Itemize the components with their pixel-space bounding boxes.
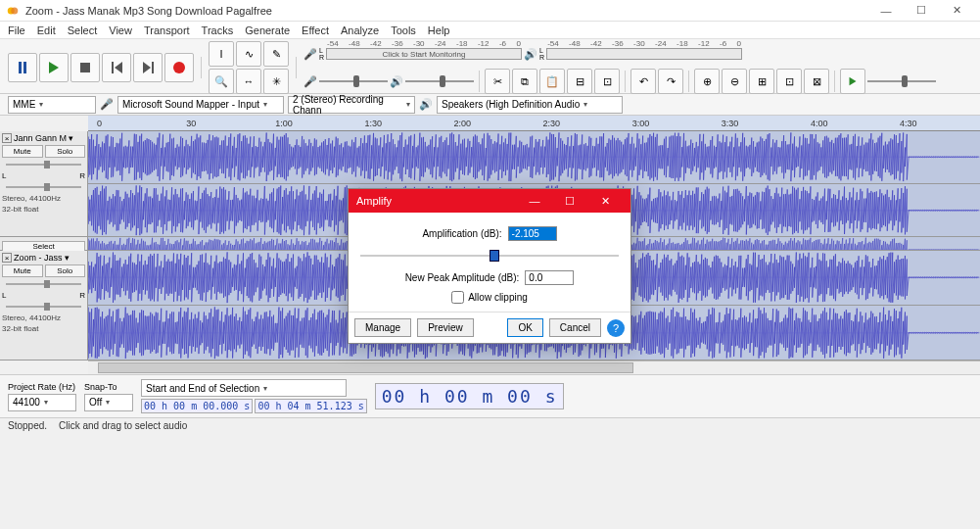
play-button[interactable] bbox=[39, 53, 69, 82]
record-button[interactable] bbox=[164, 53, 194, 82]
solo-button[interactable]: Solo bbox=[45, 264, 86, 277]
undo-button[interactable]: ↶ bbox=[630, 69, 656, 94]
playback-device-select[interactable]: Speakers (High Definition Audio bbox=[437, 96, 623, 114]
solo-button[interactable]: Solo bbox=[45, 145, 86, 158]
cut-button[interactable]: ✂ bbox=[485, 69, 510, 94]
play-at-speed-button[interactable] bbox=[840, 69, 865, 94]
selection-end-time[interactable]: 00 h 04 m 51.123 s bbox=[255, 399, 366, 413]
transport-toolbar bbox=[8, 55, 194, 80]
copy-button[interactable]: ⧉ bbox=[512, 69, 537, 94]
menu-edit[interactable]: Edit bbox=[37, 24, 56, 36]
mute-button[interactable]: Mute bbox=[2, 264, 43, 277]
timeline-ruler[interactable]: 0 30 1:00 1:30 2:00 2:30 3:00 3:30 4:00 … bbox=[88, 116, 980, 131]
status-bar: Stopped. Click and drag to select audio bbox=[0, 417, 980, 433]
app-icon bbox=[6, 4, 20, 18]
allow-clipping-checkbox[interactable] bbox=[451, 291, 464, 304]
svg-point-1 bbox=[11, 7, 18, 14]
gain-slider[interactable] bbox=[2, 279, 85, 289]
audio-host-select[interactable]: MME bbox=[8, 96, 96, 114]
tool-timeshift[interactable]: ↔ bbox=[236, 69, 261, 94]
amplification-input[interactable] bbox=[508, 226, 557, 241]
dialog-titlebar[interactable]: Amplify — ☐ ✕ bbox=[349, 189, 630, 213]
selection-mode-select[interactable]: Start and End of Selection bbox=[141, 379, 347, 397]
project-rate-select[interactable]: 44100 bbox=[8, 394, 76, 411]
menu-transport[interactable]: Transport bbox=[144, 24, 190, 36]
playback-state: Stopped. bbox=[8, 420, 47, 431]
dialog-minimize[interactable]: — bbox=[517, 195, 552, 207]
preview-button[interactable]: Preview bbox=[417, 318, 474, 337]
titlebar: Zoom - Jass Manak Mp3 Song Download Paga… bbox=[0, 0, 980, 22]
paste-button[interactable]: 📋 bbox=[539, 69, 565, 94]
track-close-button[interactable]: × bbox=[2, 253, 12, 263]
menu-generate[interactable]: Generate bbox=[245, 24, 290, 36]
ok-button[interactable]: OK bbox=[507, 318, 542, 337]
zoom-out-button[interactable]: ⊖ bbox=[722, 69, 747, 94]
menu-select[interactable]: Select bbox=[68, 24, 98, 36]
dialog-title: Amplify bbox=[356, 195, 392, 207]
recording-device-select[interactable]: Microsoft Sound Mapper - Input bbox=[117, 96, 284, 114]
fit-project-button[interactable]: ⊡ bbox=[776, 69, 802, 94]
redo-button[interactable]: ↷ bbox=[658, 69, 683, 94]
track-name[interactable]: Zoom - Jass bbox=[14, 253, 63, 263]
trim-button[interactable]: ⊟ bbox=[567, 69, 592, 94]
speaker-icon: 🔊 bbox=[524, 48, 537, 61]
menu-tracks[interactable]: Tracks bbox=[202, 24, 234, 36]
peak-amplitude-input[interactable] bbox=[525, 270, 574, 285]
track-control-panel[interactable]: ×Zoom - Jass▾ MuteSolo LR Stereo, 44100H… bbox=[0, 251, 88, 360]
mute-button[interactable]: Mute bbox=[2, 145, 43, 158]
speaker-icon: 🔊 bbox=[419, 98, 433, 111]
speaker-icon: 🔊 bbox=[390, 75, 403, 88]
manage-button[interactable]: Manage bbox=[354, 318, 411, 337]
cancel-button[interactable]: Cancel bbox=[549, 318, 601, 337]
menu-help[interactable]: Help bbox=[428, 24, 450, 36]
selection-start-time[interactable]: 00 h 00 m 00.000 s bbox=[141, 399, 253, 413]
skip-start-button[interactable] bbox=[102, 53, 131, 82]
recording-channels-select[interactable]: 2 (Stereo) Recording Chann bbox=[288, 96, 415, 114]
silence-button[interactable]: ⊡ bbox=[594, 69, 620, 94]
zoom-in-button[interactable]: ⊕ bbox=[694, 69, 720, 94]
window-minimize[interactable]: — bbox=[868, 0, 904, 22]
amplify-dialog: Amplify — ☐ ✕ Amplification (dB): New Pe… bbox=[348, 188, 631, 344]
play-speed-slider[interactable] bbox=[867, 74, 936, 88]
dialog-maximize[interactable]: ☐ bbox=[552, 195, 587, 208]
snap-label: Snap-To bbox=[84, 382, 133, 392]
microphone-icon: 🎤 bbox=[303, 48, 317, 61]
pause-button[interactable] bbox=[8, 53, 37, 82]
horizontal-scrollbar[interactable] bbox=[88, 361, 980, 374]
recording-volume-slider[interactable] bbox=[319, 74, 388, 88]
pan-slider[interactable] bbox=[2, 182, 85, 192]
recording-meter[interactable]: -54-48-42-36-30-24-18-12-60 Click to Sta… bbox=[326, 48, 522, 60]
pan-slider[interactable] bbox=[2, 302, 85, 312]
tool-multi[interactable]: ✳ bbox=[263, 69, 289, 94]
playback-meter[interactable]: -54-48-42-36-30-24-18-12-60 bbox=[546, 48, 742, 60]
skip-end-button[interactable] bbox=[133, 53, 163, 82]
help-button[interactable]: ? bbox=[607, 319, 625, 337]
track-name[interactable]: Jann Gann M bbox=[14, 133, 67, 143]
project-rate-label: Project Rate (Hz) bbox=[8, 382, 76, 392]
gain-slider[interactable] bbox=[2, 160, 85, 169]
tool-selection[interactable]: I bbox=[209, 41, 234, 67]
track-control-panel[interactable]: ×Jann Gann M▾ MuteSolo LR Stereo, 44100H… bbox=[0, 131, 88, 236]
menu-tools[interactable]: Tools bbox=[391, 24, 416, 36]
menu-effect[interactable]: Effect bbox=[302, 24, 329, 36]
window-title: Zoom - Jass Manak Mp3 Song Download Paga… bbox=[25, 5, 868, 17]
amplification-slider[interactable] bbox=[360, 247, 619, 264]
zoom-selection-button[interactable]: ⊞ bbox=[749, 69, 774, 94]
peak-amplitude-label: New Peak Amplitude (dB): bbox=[405, 272, 520, 283]
zoom-toggle-button[interactable]: ⊠ bbox=[804, 69, 829, 94]
dialog-close[interactable]: ✕ bbox=[587, 195, 623, 208]
tool-draw[interactable]: ✎ bbox=[263, 41, 289, 67]
snap-select[interactable]: Off bbox=[84, 394, 133, 411]
audio-position-display[interactable]: 00 h 00 m 00 s bbox=[375, 383, 565, 409]
stop-button[interactable] bbox=[70, 53, 100, 82]
window-maximize[interactable]: ☐ bbox=[904, 0, 939, 22]
menu-view[interactable]: View bbox=[109, 24, 132, 36]
menu-analyze[interactable]: Analyze bbox=[341, 24, 379, 36]
window-close[interactable]: ✕ bbox=[939, 0, 974, 22]
playback-volume-slider[interactable] bbox=[405, 74, 474, 88]
menu-file[interactable]: File bbox=[8, 24, 25, 36]
tool-envelope[interactable]: ∿ bbox=[236, 41, 261, 67]
track-close-button[interactable]: × bbox=[2, 133, 12, 143]
amplification-label: Amplification (dB): bbox=[422, 228, 501, 239]
tool-zoom[interactable]: 🔍 bbox=[209, 69, 234, 94]
